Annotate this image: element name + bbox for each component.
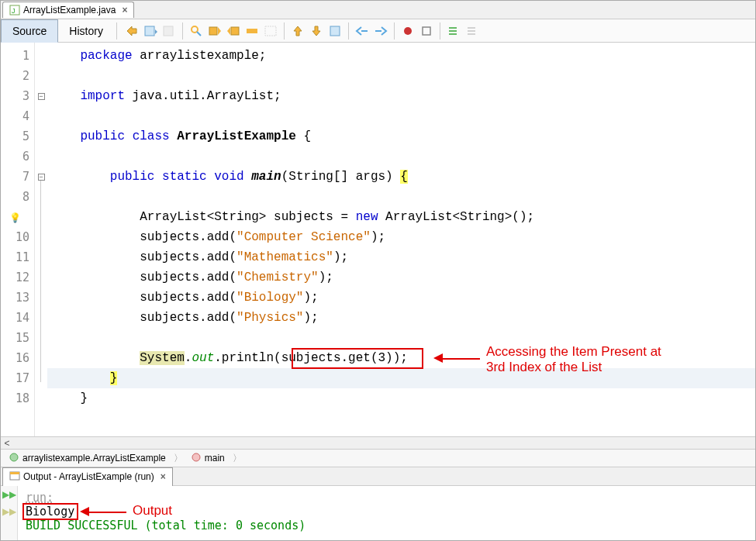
svg-rect-8	[247, 29, 257, 33]
svg-rect-12	[423, 27, 430, 35]
annotation-text: Accessing the Item Present at 3rd Index …	[486, 344, 661, 375]
find-selection-icon[interactable]	[188, 23, 204, 39]
file-tab-bar: J ArrayListExample.java ×	[1, 1, 755, 19]
class-icon	[9, 452, 19, 465]
output-gutter: ▶▶ ▶▶	[1, 486, 18, 541]
svg-point-11	[404, 27, 412, 35]
output-tab-bar: Output - ArrayListExample (run) ×	[1, 467, 755, 486]
run-icon[interactable]: ▶▶	[2, 489, 16, 500]
annotation-box	[22, 503, 78, 520]
close-icon[interactable]: ×	[122, 5, 127, 16]
tab-source[interactable]: Source	[1, 19, 58, 43]
separator	[348, 22, 349, 40]
annotation-arrow	[441, 358, 480, 360]
method-icon	[191, 452, 202, 465]
file-tab[interactable]: J ArrayListExample.java ×	[2, 2, 134, 18]
svg-rect-7	[231, 27, 239, 35]
toggle-rect-icon[interactable]	[263, 23, 278, 39]
run-icon[interactable]: ▶▶	[2, 506, 16, 517]
editor-subtab-bar: Source History	[1, 19, 755, 43]
svg-point-4	[192, 26, 198, 33]
macro-record-icon[interactable]	[400, 23, 416, 39]
uncomment-icon[interactable]	[464, 23, 480, 39]
dropdown-icon[interactable]	[161, 23, 177, 39]
java-file-icon: J	[9, 5, 20, 16]
output-console[interactable]: run: Biology BUILD SUCCESSFUL (total tim…	[18, 486, 755, 541]
line-number-gutter: 12345678 💡 101112131415161718	[1, 43, 35, 436]
output-icon	[9, 470, 20, 484]
toggle-highlight-icon[interactable]	[244, 23, 260, 39]
svg-rect-22	[10, 472, 19, 474]
editor-toolbar	[119, 22, 480, 40]
separator	[394, 22, 395, 40]
breadcrumb: arraylistexample.ArrayListExample 〉 main…	[1, 449, 755, 467]
arrow-head-icon	[433, 353, 443, 363]
separator	[182, 22, 183, 40]
next-bookmark-icon[interactable]	[309, 23, 324, 39]
fold-toggle-icon[interactable]: −	[38, 174, 45, 181]
code-content[interactable]: package arraylistexample; import java.ut…	[47, 43, 755, 436]
annotation-text: Output	[133, 503, 172, 519]
svg-line-5	[197, 32, 201, 36]
horizontal-scrollbar[interactable]: <	[1, 436, 755, 449]
prev-bookmark-icon[interactable]	[290, 23, 306, 39]
output-tab[interactable]: Output - ArrayListExample (run) ×	[2, 467, 173, 486]
warning-bulb-icon[interactable]: 💡	[1, 207, 34, 227]
comment-icon[interactable]	[446, 23, 461, 39]
find-next-icon[interactable]	[226, 23, 241, 39]
separator	[116, 22, 117, 40]
svg-rect-9	[265, 26, 276, 36]
svg-rect-3	[164, 26, 173, 36]
output-panel: ▶▶ ▶▶ run: Biology BUILD SUCCESSFUL (tot…	[1, 486, 755, 541]
svg-text:J: J	[12, 7, 16, 15]
separator	[284, 22, 285, 40]
fold-gutter: − −	[35, 43, 47, 436]
arrow-head-icon	[80, 507, 89, 516]
output-tab-label: Output - ArrayListExample (run)	[23, 471, 154, 482]
breadcrumb-class[interactable]: arraylistexample.ArrayListExample	[4, 450, 171, 467]
last-edit-icon[interactable]	[124, 23, 140, 39]
scroll-left-icon[interactable]: <	[1, 438, 13, 449]
chevron-right-icon: 〉	[174, 452, 183, 465]
tab-history[interactable]: History	[58, 20, 114, 42]
find-prev-icon[interactable]	[207, 23, 223, 39]
chevron-right-icon: 〉	[233, 452, 242, 465]
shift-right-icon[interactable]	[373, 23, 388, 39]
annotation-arrow	[88, 512, 126, 513]
annotation-box	[292, 348, 423, 369]
svg-rect-2	[145, 26, 154, 36]
svg-point-20	[192, 453, 200, 461]
breadcrumb-method[interactable]: main	[186, 450, 230, 467]
shift-left-icon[interactable]	[354, 23, 370, 39]
separator	[440, 22, 440, 40]
svg-rect-10	[330, 26, 340, 36]
file-tab-label: ArrayListExample.java	[23, 5, 116, 16]
output-build-status: BUILD SUCCESSFUL (total time: 0 seconds)	[26, 519, 747, 532]
toggle-bookmark-icon[interactable]	[327, 23, 343, 39]
svg-point-19	[10, 453, 18, 461]
forward-icon[interactable]	[143, 23, 158, 39]
close-icon[interactable]: ×	[161, 471, 166, 482]
svg-rect-6	[209, 27, 217, 35]
macro-stop-icon[interactable]	[419, 23, 434, 39]
fold-toggle-icon[interactable]: −	[38, 93, 45, 100]
code-editor[interactable]: 12345678 💡 101112131415161718 − − packag…	[1, 43, 755, 436]
